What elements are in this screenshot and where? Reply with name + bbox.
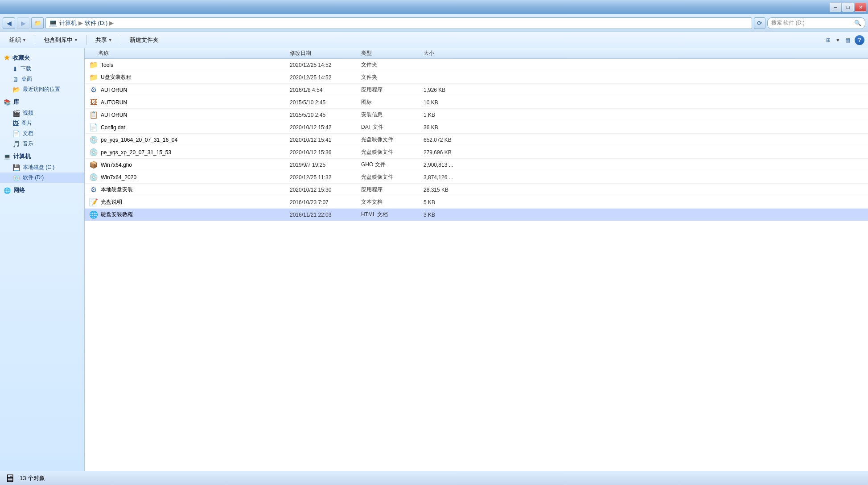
table-row[interactable]: ⚙ 本地硬盘安装 2020/10/12 15:30 应用程序 28,315 KB [85,184,868,196]
col-header-type[interactable]: 类型 [361,49,424,57]
breadcrumb-bar: 💻 计算机 ▶ 软件 (D:) ▶ [45,17,752,29]
table-row[interactable]: 🖼 AUTORUN 2015/5/10 2:45 图标 10 KB [85,96,868,109]
file-name-cell: 📁 Tools [85,61,290,70]
file-date-cell: 2020/10/12 15:42 [290,124,361,131]
file-date-cell: 2020/10/12 15:36 [290,149,361,156]
forward-button[interactable]: ▶ [17,17,29,29]
sidebar-item-c-drive-label: 本地磁盘 (C:) [23,164,54,171]
minimize-button[interactable]: ─ [830,3,841,12]
file-name-cell: 🖼 AUTORUN [85,98,290,107]
sidebar-favorites-header[interactable]: ★ 收藏夹 [0,52,84,64]
table-row[interactable]: 📄 Config.dat 2020/10/12 15:42 DAT 文件 36 … [85,121,868,134]
sidebar-library-header[interactable]: 📚 库 [0,96,84,108]
close-button[interactable]: ✕ [855,3,866,12]
col-header-size[interactable]: 大小 [424,49,477,57]
sidebar-item-recent[interactable]: 📂 最近访问的位置 [0,84,84,95]
sidebar-network-header[interactable]: 🌐 网络 [0,185,84,196]
file-type-icon: 📦 [89,160,98,169]
file-name-text: Win7x64.gho [101,162,132,168]
file-name-text: 硬盘安装教程 [101,211,133,218]
sidebar-item-video[interactable]: 🎬 视频 [0,108,84,118]
refresh-button[interactable]: ⟳ [754,17,765,29]
include-button[interactable]: 包含到库中 ▼ [38,34,84,46]
file-size-cell: 652,072 KB [424,137,477,143]
file-type-cell: 应用程序 [361,186,424,193]
sidebar-computer-header[interactable]: 💻 计算机 [0,151,84,162]
file-size-cell: 36 KB [424,124,477,131]
sidebar-item-desktop[interactable]: 🖥 桌面 [0,74,84,84]
file-size-cell: 2,900,813 ... [424,162,477,168]
organize-dropdown-arrow: ▼ [22,38,26,42]
file-type-cell: 安装信息 [361,111,424,119]
file-type-icon: 💿 [89,148,98,157]
file-date-cell: 2020/12/25 11:32 [290,174,361,181]
sidebar-item-download[interactable]: ⬇ 下载 [0,64,84,74]
file-name-cell: 💿 pe_yqs_1064_20_07_31_16_04 [85,136,290,144]
music-icon: 🎵 [12,140,20,148]
breadcrumb-drive[interactable]: 软件 (D:) [85,19,107,27]
file-name-text: 光盘说明 [101,198,122,206]
back-button[interactable]: ◀ [3,17,15,29]
table-row[interactable]: 📝 光盘说明 2016/10/23 7:07 文本文档 5 KB [85,196,868,209]
table-row[interactable]: 💿 Win7x64_2020 2020/12/25 11:32 光盘映像文件 3… [85,171,868,184]
file-type-cell: 文本文档 [361,198,424,206]
sidebar-item-d-drive[interactable]: 💿 软件 (D:) [0,173,84,183]
file-name-cell: ⚙ 本地硬盘安装 [85,185,290,194]
filelist[interactable]: 名称 修改日期 类型 大小 📁 Tools 2020/12/25 14:52 文… [85,48,868,471]
help-button[interactable]: ? [855,35,864,45]
file-date-cell: 2020/10/12 15:41 [290,137,361,143]
table-row[interactable]: 📦 Win7x64.gho 2019/9/7 19:25 GHO 文件 2,90… [85,159,868,171]
file-type-icon: 💿 [89,173,98,182]
file-date-cell: 2020/12/25 14:52 [290,74,361,81]
file-date-cell: 2016/11/21 22:03 [290,212,361,218]
file-date-cell: 2015/5/10 2:45 [290,112,361,118]
table-row[interactable]: 📋 AUTORUN 2015/5/10 2:45 安装信息 1 KB [85,109,868,121]
organize-label: 组织 [9,36,21,44]
forward-icon: ▶ [21,20,26,27]
view-dropdown-arrow[interactable]: ▼ [835,37,840,43]
status-count: 13 个对象 [20,474,45,482]
sidebar-library-section: 📚 库 🎬 视频 🖼 图片 📄 文档 🎵 音乐 [0,96,84,149]
include-label: 包含到库中 [44,36,73,44]
filelist-header: 名称 修改日期 类型 大小 [85,48,868,59]
sidebar-item-documents-label: 文档 [23,130,33,137]
documents-icon: 📄 [12,130,20,137]
toolbar-sep-2 [86,35,87,45]
sidebar-item-documents[interactable]: 📄 文档 [0,128,84,139]
file-date-cell: 2015/5/10 2:45 [290,99,361,106]
search-bar[interactable]: 搜索 软件 (D:) 🔍 [767,17,865,29]
sidebar-network-label: 网络 [13,186,25,194]
organize-button[interactable]: 组织 ▼ [4,34,32,46]
file-size-cell: 3,874,126 ... [424,174,477,181]
new-folder-button[interactable]: 新建文件夹 [124,34,165,46]
view-toggle-button[interactable]: ⊞ [823,35,834,45]
breadcrumb-computer[interactable]: 计算机 [59,19,77,27]
titlebar: ─ □ ✕ [0,0,868,14]
sidebar-item-music[interactable]: 🎵 音乐 [0,139,84,149]
col-header-name[interactable]: 名称 [85,49,290,57]
sidebar-item-pictures[interactable]: 🖼 图片 [0,118,84,128]
file-date-cell: 2016/1/8 4:54 [290,87,361,93]
file-name-text: AUTORUN [101,99,127,106]
table-row[interactable]: 📁 U盘安装教程 2020/12/25 14:52 文件夹 [85,71,868,84]
sidebar-item-c-drive[interactable]: 💾 本地磁盘 (C:) [0,162,84,173]
maximize-button[interactable]: □ [842,3,854,12]
file-type-cell: 光盘映像文件 [361,148,424,156]
file-size-cell: 3 KB [424,212,477,218]
up-button[interactable]: 📁 [31,17,44,29]
file-name-cell: 📦 Win7x64.gho [85,160,290,169]
share-button[interactable]: 共享 ▼ [90,34,118,46]
file-name-cell: 💿 pe_yqs_xp_20_07_31_15_53 [85,148,290,157]
file-date-cell: 2016/10/23 7:07 [290,199,361,206]
table-row[interactable]: ⚙ AUTORUN 2016/1/8 4:54 应用程序 1,926 KB [85,84,868,96]
col-header-date[interactable]: 修改日期 [290,49,361,57]
file-name-text: AUTORUN [101,87,127,93]
table-row[interactable]: 💿 pe_yqs_xp_20_07_31_15_53 2020/10/12 15… [85,146,868,159]
file-type-icon: 📄 [89,123,98,132]
sidebar-computer-section: 💻 计算机 💾 本地磁盘 (C:) 💿 软件 (D:) [0,151,84,183]
table-row[interactable]: 📁 Tools 2020/12/25 14:52 文件夹 [85,59,868,71]
table-row[interactable]: 💿 pe_yqs_1064_20_07_31_16_04 2020/10/12 … [85,134,868,146]
preview-pane-button[interactable]: ▤ [842,35,853,45]
table-row[interactable]: 🌐 硬盘安装教程 2016/11/21 22:03 HTML 文档 3 KB [85,209,868,221]
file-name-cell: 📁 U盘安装教程 [85,73,290,82]
